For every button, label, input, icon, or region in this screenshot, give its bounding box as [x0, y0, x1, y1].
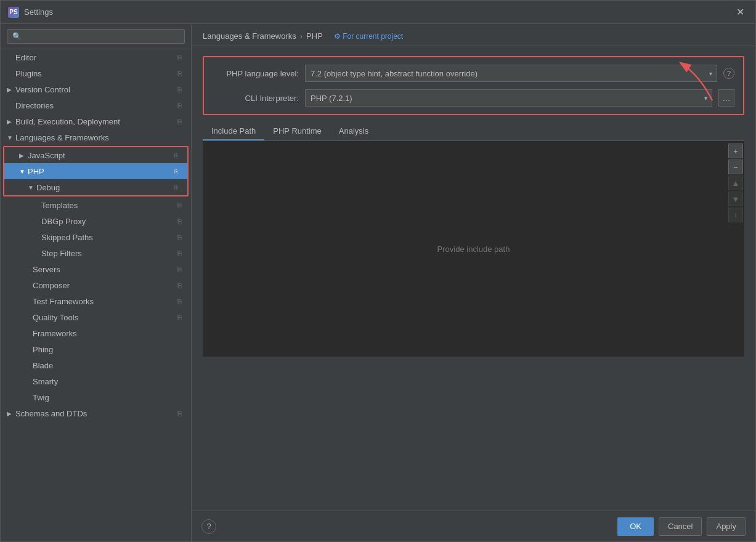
sidebar-label-vc: Version Control — [15, 85, 171, 94]
bottom-left: ? — [201, 519, 216, 534]
cancel-button[interactable]: Cancel — [659, 517, 702, 536]
include-path-placeholder: Provide include path — [203, 141, 744, 357]
breadcrumb-root: Languages & Frameworks — [203, 31, 296, 41]
app-icon: PS — [8, 7, 19, 18]
sidebar-item-directories[interactable]: Directories ⎘ — [1, 97, 191, 113]
copy-icon-plugins: ⎘ — [174, 68, 185, 79]
red-border-group: ▶ JavaScript ⎘ ▼ PHP ⎘ ▼ Debug ⎘ — [3, 146, 189, 196]
sidebar-item-templates[interactable]: Templates ⎘ — [1, 197, 191, 213]
php-settings-box: PHP language level: 7.2 (object type hin… — [203, 56, 744, 115]
sidebar-item-build[interactable]: ▶ Build, Execution, Deployment ⎘ — [1, 113, 191, 129]
sidebar-label-js: JavaScript — [28, 151, 168, 160]
copy-icon-dirs: ⎘ — [174, 100, 185, 111]
arrow-js: ▶ — [19, 152, 28, 159]
sidebar-label-servers: Servers — [33, 265, 171, 274]
sidebar-item-debug[interactable]: ▼ Debug ⎘ — [4, 179, 187, 195]
sidebar-item-composer[interactable]: Composer ⎘ — [1, 277, 191, 293]
sidebar-item-version-control[interactable]: ▶ Version Control ⎘ — [1, 81, 191, 97]
sidebar-item-phing[interactable]: Phing — [1, 341, 191, 357]
sidebar-item-javascript[interactable]: ▶ JavaScript ⎘ — [4, 147, 187, 163]
copy-icon-vc: ⎘ — [174, 84, 185, 95]
main-content: Editor ⎘ Plugins ⎘ ▶ Version Control ⎘ D… — [1, 24, 755, 541]
copy-icon-step: ⎘ — [174, 248, 185, 259]
copy-icon-debug: ⎘ — [170, 182, 181, 193]
arrow-vc: ▶ — [7, 86, 15, 93]
sidebar-label-smarty: Smarty — [33, 377, 185, 386]
window-title: Settings — [24, 7, 53, 17]
right-panel: Languages & Frameworks › PHP ⚙ For curre… — [192, 24, 755, 541]
copy-icon-composer: ⎘ — [174, 280, 185, 291]
sidebar-label-composer: Composer — [33, 281, 171, 290]
panel-header: Languages & Frameworks › PHP ⚙ For curre… — [192, 24, 755, 46]
cli-interpreter-label: CLI Interpreter: — [213, 94, 299, 103]
sidebar-label-dbgp: DBGp Proxy — [41, 217, 171, 226]
tab-php-runtime[interactable]: PHP Runtime — [264, 123, 330, 140]
sidebar-item-schemas[interactable]: ▶ Schemas and DTDs ⎘ — [1, 405, 191, 421]
cli-interpreter-row: CLI Interpreter: PHP (7.2.1) ▾ … — [213, 89, 734, 107]
breadcrumb-current: PHP — [306, 31, 323, 41]
copy-icon-skipped: ⎘ — [174, 232, 185, 243]
sidebar-item-smarty[interactable]: Smarty — [1, 373, 191, 389]
copy-icon-build: ⎘ — [174, 116, 185, 127]
sidebar-label-blade: Blade — [33, 361, 185, 370]
sidebar-item-quality-tools[interactable]: Quality Tools ⎘ — [1, 309, 191, 325]
sidebar-item-blade[interactable]: Blade — [1, 357, 191, 373]
sidebar-item-servers[interactable]: Servers ⎘ — [1, 261, 191, 277]
sidebar-label-phing: Phing — [33, 345, 185, 354]
copy-icon-templates: ⎘ — [174, 200, 185, 211]
sidebar-label-schemas: Schemas and DTDs — [15, 409, 171, 418]
panel-body: PHP language level: 7.2 (object type hin… — [192, 46, 755, 511]
cli-interpreter-browse-button[interactable]: … — [718, 89, 734, 107]
add-path-button[interactable]: + — [728, 144, 743, 158]
copy-icon-schemas: ⎘ — [174, 408, 185, 419]
move-up-button[interactable]: ▲ — [728, 176, 743, 190]
search-input[interactable] — [7, 29, 185, 44]
sidebar-label-plugins: Plugins — [15, 69, 171, 78]
cli-interpreter-select-wrapper: PHP (7.2.1) ▾ — [305, 89, 712, 107]
php-language-level-row: PHP language level: 7.2 (object type hin… — [213, 65, 734, 82]
copy-icon-dbgp: ⎘ — [174, 216, 185, 227]
sidebar-label-editor: Editor — [15, 53, 171, 62]
sidebar-item-step-filters[interactable]: Step Filters ⎘ — [1, 245, 191, 261]
sidebar-item-twig[interactable]: Twig — [1, 389, 191, 405]
apply-button[interactable]: Apply — [707, 517, 746, 536]
help-icon[interactable]: ? — [723, 68, 734, 79]
move-down-button[interactable]: ▼ — [728, 192, 743, 206]
sidebar-label-dirs: Directories — [15, 101, 171, 110]
arrow-languages: ▼ — [7, 134, 15, 141]
sidebar: Editor ⎘ Plugins ⎘ ▶ Version Control ⎘ D… — [1, 24, 192, 541]
arrow-debug: ▼ — [28, 184, 36, 191]
sidebar-item-languages[interactable]: ▼ Languages & Frameworks — [1, 129, 191, 145]
ok-button[interactable]: OK — [617, 517, 654, 536]
tab-include-path[interactable]: Include Path — [203, 123, 264, 140]
sidebar-item-editor[interactable]: Editor ⎘ — [1, 49, 191, 65]
help-button[interactable]: ? — [201, 519, 216, 534]
copy-icon-editor: ⎘ — [174, 52, 185, 63]
close-button[interactable]: ✕ — [733, 5, 748, 19]
sidebar-item-plugins[interactable]: Plugins ⎘ — [1, 65, 191, 81]
side-toolbar: + − ▲ ▼ ↕ — [727, 141, 744, 225]
search-box — [1, 24, 191, 49]
copy-icon-servers: ⎘ — [174, 264, 185, 275]
sidebar-label-php: PHP — [28, 167, 168, 176]
settings-window: PS Settings ✕ Editor ⎘ Plugins — [0, 0, 756, 542]
tab-analysis[interactable]: Analysis — [330, 123, 377, 140]
sidebar-item-php[interactable]: ▼ PHP ⎘ — [4, 163, 187, 179]
php-language-select[interactable]: 7.2 (object type hint, abstract function… — [305, 65, 717, 82]
sidebar-tree: Editor ⎘ Plugins ⎘ ▶ Version Control ⎘ D… — [1, 49, 191, 421]
sidebar-item-dbgp[interactable]: DBGp Proxy ⎘ — [1, 213, 191, 229]
sidebar-item-test-frameworks[interactable]: Test Frameworks ⎘ — [1, 293, 191, 309]
sidebar-item-frameworks[interactable]: Frameworks — [1, 325, 191, 341]
for-project-link[interactable]: ⚙ For current project — [334, 32, 403, 41]
sidebar-label-step: Step Filters — [41, 249, 171, 258]
copy-icon-js: ⎘ — [170, 150, 181, 161]
sidebar-label-languages: Languages & Frameworks — [15, 133, 185, 142]
remove-path-button[interactable]: − — [728, 160, 743, 174]
php-language-label: PHP language level: — [213, 69, 299, 78]
php-language-select-wrapper: 7.2 (object type hint, abstract function… — [305, 65, 717, 82]
arrow-build: ▶ — [7, 118, 15, 125]
breadcrumb-separator: › — [300, 31, 303, 41]
sidebar-item-skipped-paths[interactable]: Skipped Paths ⎘ — [1, 229, 191, 245]
sort-button[interactable]: ↕ — [728, 208, 743, 222]
cli-interpreter-select[interactable]: PHP (7.2.1) — [305, 89, 712, 107]
